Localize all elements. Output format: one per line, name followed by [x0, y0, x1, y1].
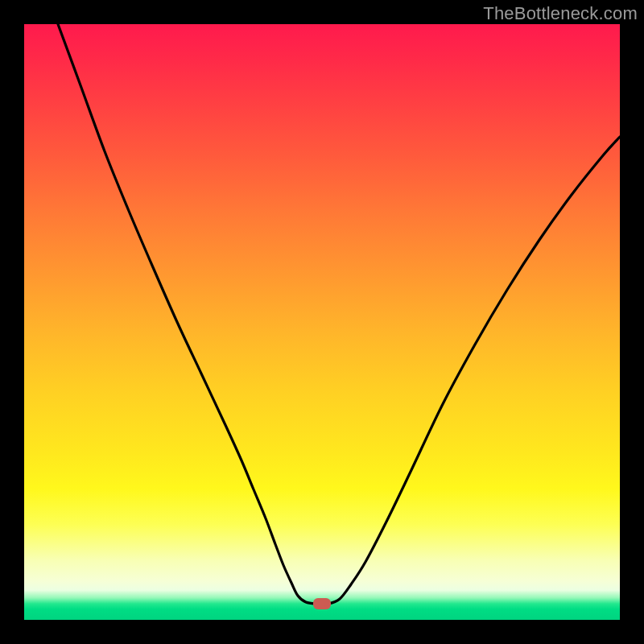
bottleneck-curve — [58, 24, 620, 605]
curve-layer — [24, 24, 620, 620]
outer-frame: TheBottleneck.com — [0, 0, 644, 644]
plot-area — [24, 24, 620, 620]
optimal-point-marker — [313, 598, 331, 609]
watermark-text: TheBottleneck.com — [483, 3, 638, 24]
